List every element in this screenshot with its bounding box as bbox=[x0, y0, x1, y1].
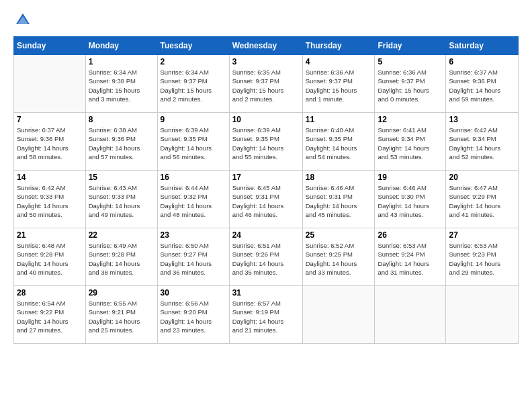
week-row-3: 21Sunrise: 6:48 AMSunset: 9:28 PMDayligh… bbox=[14, 228, 519, 286]
day-number: 24 bbox=[232, 230, 300, 240]
calendar-cell: 16Sunrise: 6:44 AMSunset: 9:32 PMDayligh… bbox=[157, 171, 229, 228]
calendar-body: 1Sunrise: 6:34 AMSunset: 9:38 PMDaylight… bbox=[14, 55, 519, 344]
week-row-4: 28Sunrise: 6:54 AMSunset: 9:22 PMDayligh… bbox=[14, 286, 519, 344]
day-number: 6 bbox=[449, 57, 515, 66]
calendar-cell: 2Sunrise: 6:34 AMSunset: 9:37 PMDaylight… bbox=[157, 55, 229, 113]
calendar-cell: 6Sunrise: 6:37 AMSunset: 9:36 PMDaylight… bbox=[446, 55, 519, 113]
calendar-cell: 24Sunrise: 6:51 AMSunset: 9:26 PMDayligh… bbox=[229, 228, 302, 286]
calendar-cell: 27Sunrise: 6:53 AMSunset: 9:23 PMDayligh… bbox=[446, 228, 519, 286]
day-info: Sunrise: 6:42 AMSunset: 9:33 PMDaylight:… bbox=[17, 183, 83, 219]
day-info: Sunrise: 6:43 AMSunset: 9:33 PMDaylight:… bbox=[89, 183, 154, 219]
day-info: Sunrise: 6:57 AMSunset: 9:19 PMDaylight:… bbox=[232, 299, 300, 334]
day-number: 1 bbox=[89, 57, 154, 66]
calendar-cell: 26Sunrise: 6:53 AMSunset: 9:24 PMDayligh… bbox=[375, 228, 446, 286]
calendar-cell: 7Sunrise: 6:37 AMSunset: 9:36 PMDaylight… bbox=[14, 113, 86, 171]
day-info: Sunrise: 6:48 AMSunset: 9:28 PMDaylight:… bbox=[17, 241, 83, 277]
day-info: Sunrise: 6:40 AMSunset: 9:35 PMDaylight:… bbox=[306, 126, 372, 161]
day-number: 31 bbox=[232, 288, 300, 298]
calendar-cell: 31Sunrise: 6:57 AMSunset: 9:19 PMDayligh… bbox=[229, 286, 302, 344]
calendar-cell: 21Sunrise: 6:48 AMSunset: 9:28 PMDayligh… bbox=[14, 228, 86, 286]
day-number: 2 bbox=[161, 57, 226, 66]
weekday-header-thursday: Thursday bbox=[302, 37, 375, 55]
day-info: Sunrise: 6:35 AMSunset: 9:37 PMDaylight:… bbox=[232, 68, 300, 103]
weekday-header-sunday: Sunday bbox=[14, 37, 86, 55]
day-info: Sunrise: 6:56 AMSunset: 9:20 PMDaylight:… bbox=[161, 299, 226, 334]
day-info: Sunrise: 6:36 AMSunset: 9:37 PMDaylight:… bbox=[306, 68, 372, 103]
day-info: Sunrise: 6:55 AMSunset: 9:21 PMDaylight:… bbox=[89, 299, 154, 334]
day-info: Sunrise: 6:38 AMSunset: 9:36 PMDaylight:… bbox=[89, 126, 154, 161]
day-number: 3 bbox=[232, 57, 300, 66]
day-number: 13 bbox=[449, 115, 515, 124]
calendar-cell: 12Sunrise: 6:41 AMSunset: 9:34 PMDayligh… bbox=[375, 113, 446, 171]
day-number: 5 bbox=[378, 57, 443, 66]
calendar-cell: 11Sunrise: 6:40 AMSunset: 9:35 PMDayligh… bbox=[302, 113, 375, 171]
calendar-cell: 15Sunrise: 6:43 AMSunset: 9:33 PMDayligh… bbox=[85, 171, 157, 228]
day-info: Sunrise: 6:37 AMSunset: 9:36 PMDaylight:… bbox=[449, 68, 515, 103]
day-number: 19 bbox=[378, 173, 443, 182]
calendar-cell bbox=[375, 286, 446, 344]
calendar-cell bbox=[14, 55, 86, 113]
calendar-cell: 13Sunrise: 6:42 AMSunset: 9:34 PMDayligh… bbox=[446, 113, 519, 171]
weekday-header-monday: Monday bbox=[85, 37, 157, 55]
calendar-cell: 9Sunrise: 6:39 AMSunset: 9:35 PMDaylight… bbox=[157, 113, 229, 171]
day-number: 28 bbox=[17, 288, 83, 298]
calendar-cell: 23Sunrise: 6:50 AMSunset: 9:27 PMDayligh… bbox=[157, 228, 229, 286]
day-number: 18 bbox=[306, 173, 372, 182]
day-info: Sunrise: 6:50 AMSunset: 9:27 PMDaylight:… bbox=[161, 241, 226, 277]
day-info: Sunrise: 6:42 AMSunset: 9:34 PMDaylight:… bbox=[449, 126, 515, 161]
day-number: 23 bbox=[161, 230, 226, 240]
day-number: 9 bbox=[161, 115, 226, 124]
day-info: Sunrise: 6:47 AMSunset: 9:29 PMDaylight:… bbox=[449, 183, 515, 219]
calendar-cell bbox=[302, 286, 375, 344]
calendar-cell: 25Sunrise: 6:52 AMSunset: 9:25 PMDayligh… bbox=[302, 228, 375, 286]
week-row-0: 1Sunrise: 6:34 AMSunset: 9:38 PMDaylight… bbox=[14, 55, 519, 113]
calendar-cell: 17Sunrise: 6:45 AMSunset: 9:31 PMDayligh… bbox=[229, 171, 302, 228]
calendar-cell: 8Sunrise: 6:38 AMSunset: 9:36 PMDaylight… bbox=[85, 113, 157, 171]
weekday-header-tuesday: Tuesday bbox=[157, 37, 229, 55]
week-row-1: 7Sunrise: 6:37 AMSunset: 9:36 PMDaylight… bbox=[14, 113, 519, 171]
calendar-cell: 4Sunrise: 6:36 AMSunset: 9:37 PMDaylight… bbox=[302, 55, 375, 113]
day-number: 30 bbox=[161, 288, 226, 298]
day-info: Sunrise: 6:46 AMSunset: 9:30 PMDaylight:… bbox=[378, 183, 443, 219]
day-info: Sunrise: 6:53 AMSunset: 9:23 PMDaylight:… bbox=[449, 241, 515, 277]
day-info: Sunrise: 6:53 AMSunset: 9:24 PMDaylight:… bbox=[378, 241, 443, 277]
day-info: Sunrise: 6:51 AMSunset: 9:26 PMDaylight:… bbox=[232, 241, 300, 277]
calendar-cell: 5Sunrise: 6:36 AMSunset: 9:37 PMDaylight… bbox=[375, 55, 446, 113]
page: SundayMondayTuesdayWednesdayThursdayFrid… bbox=[0, 0, 532, 351]
calendar-cell: 3Sunrise: 6:35 AMSunset: 9:37 PMDaylight… bbox=[229, 55, 302, 113]
day-number: 4 bbox=[306, 57, 372, 66]
calendar-table: SundayMondayTuesdayWednesdayThursdayFrid… bbox=[13, 36, 519, 344]
calendar-cell: 20Sunrise: 6:47 AMSunset: 9:29 PMDayligh… bbox=[446, 171, 519, 228]
calendar-cell: 22Sunrise: 6:49 AMSunset: 9:28 PMDayligh… bbox=[85, 228, 157, 286]
logo-icon bbox=[13, 11, 32, 30]
week-row-2: 14Sunrise: 6:42 AMSunset: 9:33 PMDayligh… bbox=[14, 171, 519, 228]
weekday-header-friday: Friday bbox=[375, 37, 446, 55]
day-number: 17 bbox=[232, 173, 300, 182]
calendar-cell: 18Sunrise: 6:46 AMSunset: 9:31 PMDayligh… bbox=[302, 171, 375, 228]
day-number: 16 bbox=[161, 173, 226, 182]
day-info: Sunrise: 6:54 AMSunset: 9:22 PMDaylight:… bbox=[17, 299, 83, 334]
day-number: 8 bbox=[89, 115, 154, 124]
day-number: 10 bbox=[232, 115, 300, 124]
day-number: 29 bbox=[89, 288, 154, 298]
calendar-cell: 28Sunrise: 6:54 AMSunset: 9:22 PMDayligh… bbox=[14, 286, 86, 344]
calendar-header: SundayMondayTuesdayWednesdayThursdayFrid… bbox=[14, 37, 519, 55]
day-info: Sunrise: 6:39 AMSunset: 9:35 PMDaylight:… bbox=[161, 126, 226, 161]
logo bbox=[13, 11, 35, 30]
calendar-cell: 1Sunrise: 6:34 AMSunset: 9:38 PMDaylight… bbox=[85, 55, 157, 113]
calendar-cell: 10Sunrise: 6:39 AMSunset: 9:35 PMDayligh… bbox=[229, 113, 302, 171]
day-info: Sunrise: 6:49 AMSunset: 9:28 PMDaylight:… bbox=[89, 241, 154, 277]
day-number: 26 bbox=[378, 230, 443, 240]
calendar-cell: 30Sunrise: 6:56 AMSunset: 9:20 PMDayligh… bbox=[157, 286, 229, 344]
day-number: 27 bbox=[449, 230, 515, 240]
header bbox=[13, 11, 519, 30]
day-number: 20 bbox=[449, 173, 515, 182]
day-number: 22 bbox=[89, 230, 154, 240]
calendar-cell: 29Sunrise: 6:55 AMSunset: 9:21 PMDayligh… bbox=[85, 286, 157, 344]
day-info: Sunrise: 6:36 AMSunset: 9:37 PMDaylight:… bbox=[378, 68, 443, 103]
day-info: Sunrise: 6:44 AMSunset: 9:32 PMDaylight:… bbox=[161, 183, 226, 219]
day-number: 7 bbox=[17, 115, 83, 124]
day-info: Sunrise: 6:37 AMSunset: 9:36 PMDaylight:… bbox=[17, 126, 83, 161]
day-info: Sunrise: 6:39 AMSunset: 9:35 PMDaylight:… bbox=[232, 126, 300, 161]
calendar-cell bbox=[446, 286, 519, 344]
